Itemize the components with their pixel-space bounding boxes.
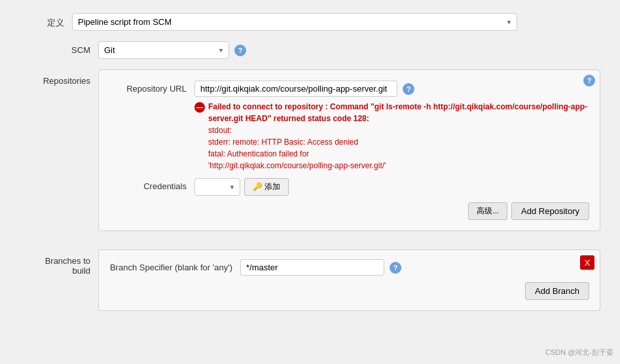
branch-input-row: ? [240, 259, 589, 276]
advanced-button[interactable]: 高级... [468, 202, 507, 220]
define-label: 定义 [20, 13, 72, 29]
branches-panel-wrapper: X Branch Specifier (blank for 'any') ? A… [98, 249, 600, 319]
error-block: — Failed to connect to repository : Comm… [194, 101, 589, 172]
watermark: CSDN @河北-彭于晏 [545, 348, 613, 357]
credentials-label: Credentials [109, 178, 194, 191]
repositories-section: Repositories ? Repository URL ? — [26, 69, 600, 239]
repo-url-input[interactable] [194, 81, 397, 97]
branches-buttons-row: Add Branch [109, 282, 589, 300]
scm-content: Git SVN None ? [98, 41, 246, 59]
pipeline-select-wrapper: Pipeline script from SCM Pipeline script [72, 13, 517, 31]
page: 定义 Pipeline script from SCM Pipeline scr… [0, 0, 620, 364]
branches-panel: X Branch Specifier (blank for 'any') ? A… [98, 249, 600, 311]
repo-url-help-icon[interactable]: ? [403, 83, 414, 95]
panel-buttons-row: 高级... Add Repository [109, 202, 589, 220]
scm-select-wrapper: Git SVN None [98, 41, 229, 59]
repo-url-content: ? — Failed to connect to repository : Co… [194, 81, 589, 172]
repo-url-row: Repository URL ? — Failed to connect to … [109, 81, 589, 172]
define-content: Pipeline script from SCM Pipeline script [72, 13, 600, 31]
pipeline-select[interactable]: Pipeline script from SCM Pipeline script [72, 13, 517, 31]
credentials-select[interactable] [194, 178, 240, 196]
add-repository-button[interactable]: Add Repository [511, 202, 589, 220]
repositories-panel-wrapper: ? Repository URL ? — Failed [98, 69, 600, 239]
repositories-help-icon[interactable]: ? [583, 75, 595, 86]
scm-row: SCM Git SVN None ? [26, 41, 600, 59]
branch-specifier-content: ? [240, 259, 589, 276]
define-row: 定义 Pipeline script from SCM Pipeline scr… [20, 13, 600, 31]
close-branch-button[interactable]: X [580, 255, 594, 270]
credentials-row: Credentials 🔑 添加 [109, 178, 589, 196]
add-credentials-button[interactable]: 🔑 添加 [244, 178, 289, 196]
scm-label: SCM [26, 45, 98, 55]
branch-specifier-input[interactable] [240, 259, 384, 276]
credentials-controls: 🔑 添加 [194, 178, 589, 196]
credentials-select-wrapper [194, 178, 240, 196]
repo-url-input-row: ? [194, 81, 589, 97]
scm-help-icon[interactable]: ? [234, 45, 246, 56]
key-icon: 🔑 [253, 182, 263, 191]
credentials-content: 🔑 添加 [194, 178, 589, 196]
branch-help-icon[interactable]: ? [390, 262, 401, 274]
branch-specifier-row: Branch Specifier (blank for 'any') ? [109, 259, 589, 276]
add-branch-button[interactable]: Add Branch [525, 282, 589, 300]
error-icon: — [194, 102, 205, 113]
add-credentials-label: 添加 [264, 182, 280, 191]
error-text: Failed to connect to repository : Comman… [208, 101, 589, 172]
repositories-panel: Repository URL ? — Failed to connect to … [98, 69, 600, 231]
branches-label: Branches to build [26, 249, 98, 276]
branch-specifier-label: Branch Specifier (blank for 'any') [109, 259, 240, 272]
repo-url-label: Repository URL [109, 81, 194, 94]
repositories-label: Repositories [26, 69, 98, 86]
branches-section: Branches to build X Branch Specifier (bl… [26, 249, 600, 319]
scm-select[interactable]: Git SVN None [98, 41, 229, 59]
